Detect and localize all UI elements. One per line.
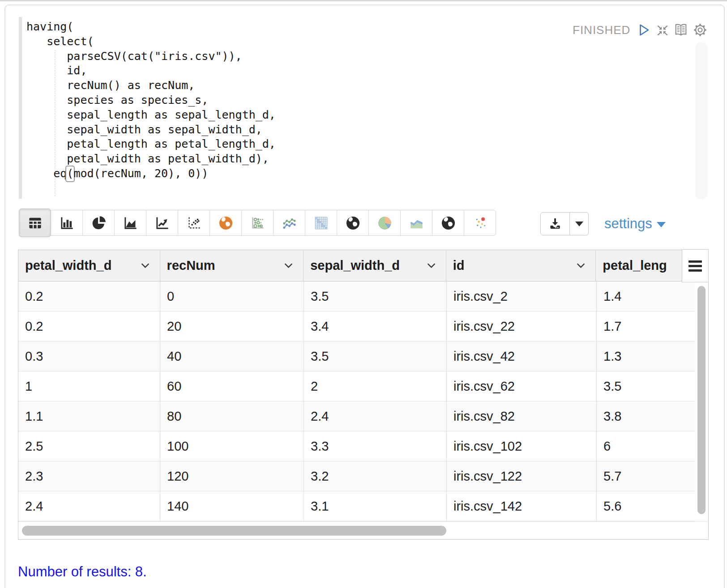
table-row: 0.203.5iris.csv_21.4: [18, 281, 708, 311]
cell-id: iris.csv_122: [447, 461, 597, 491]
cell-id: iris.csv_42: [447, 341, 597, 371]
matched-paren: (: [65, 166, 75, 182]
table-row: 2.41403.1iris.csv_1425.6: [18, 491, 708, 521]
horizontal-scroll-thumb[interactable]: [22, 526, 446, 536]
cell-id: iris.csv_62: [447, 371, 597, 401]
viz-button-area-color[interactable]: [400, 210, 432, 236]
cell-id: iris.csv_2: [447, 281, 597, 311]
cell-id: iris.csv_142: [447, 491, 597, 521]
viz-button-globe-orange[interactable]: [210, 210, 242, 236]
sort-chevron-icon[interactable]: [576, 263, 586, 268]
book-icon[interactable]: [673, 22, 689, 40]
table-horizontal-scrollbar[interactable]: [18, 521, 708, 539]
sort-chevron-icon[interactable]: [427, 263, 436, 268]
cell-petal_leng: 5.6: [597, 491, 696, 521]
cell-recNum: 0: [160, 281, 304, 311]
download-split-button: [540, 212, 589, 235]
table-vertical-scrollbar[interactable]: [695, 281, 708, 521]
cell-recNum: 40: [160, 341, 304, 371]
cell-petal_leng: 1.7: [597, 311, 696, 341]
viz-button-table-selected[interactable]: [19, 209, 51, 237]
table-row: 2.31203.2iris.csv_1225.7: [18, 461, 708, 491]
viz-button-scatter[interactable]: [178, 210, 210, 236]
column-header-sepal_width_d[interactable]: sepal_width_d: [304, 250, 446, 281]
column-label: petal_width_d: [25, 258, 111, 273]
table-row: 2.51003.3iris.csv_1026: [18, 431, 708, 461]
code-editor[interactable]: having( select( parseCSV(cat("iris.csv")…: [5, 5, 724, 207]
notebook-paragraph: having( select( parseCSV(cat("iris.csv")…: [4, 4, 725, 588]
query-code[interactable]: having( select( parseCSV(cat("iris.csv")…: [26, 20, 276, 181]
table-row: 0.3403.5iris.csv_421.3: [18, 341, 708, 371]
cell-sepal_width_d: 3.2: [304, 461, 447, 491]
gear-icon[interactable]: [693, 22, 708, 40]
column-header-id[interactable]: id: [446, 250, 596, 281]
cell-petal_leng: 1.3: [597, 341, 696, 371]
viz-button-area[interactable]: [114, 210, 146, 236]
status-badge: FINISHED: [573, 23, 630, 37]
viz-button-pie-color[interactable]: [368, 210, 401, 236]
download-options-caret[interactable]: [570, 212, 589, 235]
table-row: 1.1802.4iris.csv_823.8: [18, 401, 708, 431]
column-label: petal_leng: [603, 258, 667, 273]
cell-id: iris.csv_102: [447, 431, 597, 461]
cell-recNum: 80: [160, 401, 304, 431]
cell-petal_width_d: 2.3: [18, 461, 160, 491]
result-table: petal_width_drecNumsepal_width_didpetal_…: [18, 250, 709, 540]
viz-button-globe-dark[interactable]: [337, 210, 369, 236]
paragraph-top-divider: [0, 0, 727, 1]
cell-sepal_width_d: 2: [304, 371, 447, 401]
settings-link[interactable]: settings: [604, 216, 666, 232]
cell-petal_width_d: 0.3: [18, 341, 160, 371]
cell-recNum: 140: [160, 491, 304, 521]
column-label: id: [453, 258, 465, 273]
cell-petal_width_d: 0.2: [18, 311, 160, 341]
cell-recNum: 20: [160, 311, 304, 341]
cell-sepal_width_d: 3.4: [304, 311, 447, 341]
editor-gutter: [19, 17, 22, 199]
cell-petal_leng: 3.5: [597, 371, 696, 401]
viz-button-multiline[interactable]: [273, 210, 305, 236]
collapse-icon[interactable]: [655, 23, 670, 39]
cell-petal_leng: 1.4: [597, 281, 696, 311]
viz-button-pie[interactable]: [82, 210, 115, 236]
column-header-petal_width_d[interactable]: petal_width_d: [18, 250, 160, 281]
cell-petal_leng: 5.7: [597, 461, 696, 491]
column-label: sepal_width_d: [310, 258, 400, 273]
table-row: 1602iris.csv_623.5: [18, 371, 708, 401]
cell-petal_width_d: 0.2: [18, 281, 160, 311]
cell-recNum: 120: [160, 461, 304, 491]
vertical-scroll-thumb[interactable]: [697, 286, 706, 514]
sort-chevron-icon[interactable]: [284, 263, 293, 268]
viz-button-bar[interactable]: [51, 210, 83, 236]
viz-button-line[interactable]: [146, 210, 178, 236]
table-menu-button[interactable]: [682, 249, 709, 282]
table-header-row: petal_width_drecNumsepal_width_didpetal_…: [18, 250, 708, 281]
viz-button-scatter-color[interactable]: [464, 210, 496, 236]
editor-scrollbar[interactable]: [695, 42, 708, 200]
sort-chevron-icon[interactable]: [141, 263, 150, 268]
cell-id: iris.csv_82: [447, 401, 597, 431]
caret-down-icon: [575, 222, 583, 226]
table-body: 0.203.5iris.csv_21.40.2203.4iris.csv_221…: [18, 281, 708, 521]
cell-sepal_width_d: 3.3: [304, 431, 447, 461]
results-count: Number of results: 8.: [18, 564, 147, 580]
cell-sepal_width_d: 3.5: [304, 341, 447, 371]
cell-recNum: 60: [160, 371, 304, 401]
cell-id: iris.csv_22: [447, 311, 597, 341]
run-play-icon[interactable]: [636, 21, 652, 40]
caret-down-icon: [657, 222, 666, 227]
cell-petal_width_d: 1: [18, 371, 160, 401]
cell-sepal_width_d: 3.5: [304, 281, 447, 311]
table-row: 0.2203.4iris.csv_221.7: [18, 311, 708, 341]
cell-recNum: 100: [160, 431, 304, 461]
download-button[interactable]: [540, 212, 570, 235]
viz-button-bubble[interactable]: [241, 210, 274, 236]
column-header-recNum[interactable]: recNum: [160, 250, 304, 281]
cell-petal_width_d: 1.1: [18, 401, 160, 431]
column-label: recNum: [167, 258, 215, 273]
settings-label: settings: [604, 216, 652, 232]
cell-petal_leng: 3.8: [597, 401, 696, 431]
viz-button-heatmap[interactable]: [305, 210, 337, 236]
viz-button-globe-dark-2[interactable]: [432, 210, 464, 236]
chart-type-toolbar: [19, 210, 496, 237]
